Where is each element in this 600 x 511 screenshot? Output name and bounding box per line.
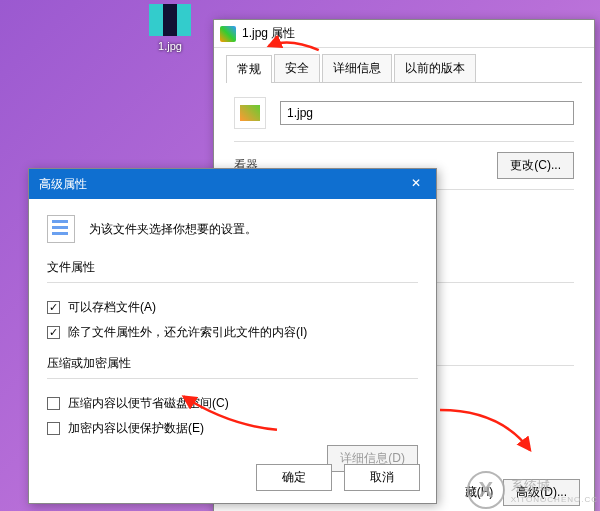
- compress-encrypt-heading: 压缩或加密属性: [47, 355, 418, 372]
- index-checkbox[interactable]: [47, 326, 60, 339]
- advanced-title: 高级属性: [39, 176, 87, 193]
- close-icon[interactable]: ✕: [406, 174, 426, 194]
- settings-icon: [47, 215, 75, 243]
- advanced-attributes-dialog: 高级属性 ✕ 为该文件夹选择你想要的设置。 文件属性 可以存档文件(A) 除了文…: [28, 168, 437, 504]
- file-thumbnail: [149, 4, 191, 36]
- advanced-prompt: 为该文件夹选择你想要的设置。: [89, 221, 257, 238]
- properties-title: 1.jpg 属性: [242, 25, 295, 42]
- encrypt-label: 加密内容以便保护数据(E): [68, 420, 204, 437]
- watermark: X 系统城 XITONOCHENO.CC: [467, 471, 598, 509]
- file-attributes-heading: 文件属性: [47, 259, 418, 276]
- change-button[interactable]: 更改(C)...: [497, 152, 574, 179]
- desktop-file-label: 1.jpg: [140, 40, 200, 52]
- watermark-logo-icon: X: [467, 471, 505, 509]
- window-icon: [220, 26, 236, 42]
- properties-tabs: 常规 安全 详细信息 以前的版本: [226, 54, 582, 83]
- tab-details[interactable]: 详细信息: [322, 54, 392, 82]
- file-type-icon: [234, 97, 266, 129]
- tab-previous[interactable]: 以前的版本: [394, 54, 476, 82]
- cancel-button[interactable]: 取消: [344, 464, 420, 491]
- watermark-url: XITONOCHENO.CC: [511, 495, 598, 504]
- index-label: 除了文件属性外，还允许索引此文件的内容(I): [68, 324, 307, 341]
- watermark-brand: 系统城: [511, 477, 598, 495]
- archive-checkbox-row[interactable]: 可以存档文件(A): [47, 299, 418, 316]
- index-checkbox-row[interactable]: 除了文件属性外，还允许索引此文件的内容(I): [47, 324, 418, 341]
- encrypt-checkbox-row[interactable]: 加密内容以便保护数据(E): [47, 420, 418, 437]
- advanced-titlebar[interactable]: 高级属性 ✕: [29, 169, 436, 199]
- properties-titlebar[interactable]: 1.jpg 属性: [214, 20, 594, 48]
- archive-label: 可以存档文件(A): [68, 299, 156, 316]
- ok-button[interactable]: 确定: [256, 464, 332, 491]
- filename-input[interactable]: [280, 101, 574, 125]
- encrypt-checkbox[interactable]: [47, 422, 60, 435]
- tab-security[interactable]: 安全: [274, 54, 320, 82]
- tab-general[interactable]: 常规: [226, 55, 272, 83]
- compress-checkbox[interactable]: [47, 397, 60, 410]
- archive-checkbox[interactable]: [47, 301, 60, 314]
- compress-checkbox-row[interactable]: 压缩内容以便节省磁盘空间(C): [47, 395, 418, 412]
- desktop-file-icon[interactable]: 1.jpg: [140, 4, 200, 52]
- compress-label: 压缩内容以便节省磁盘空间(C): [68, 395, 229, 412]
